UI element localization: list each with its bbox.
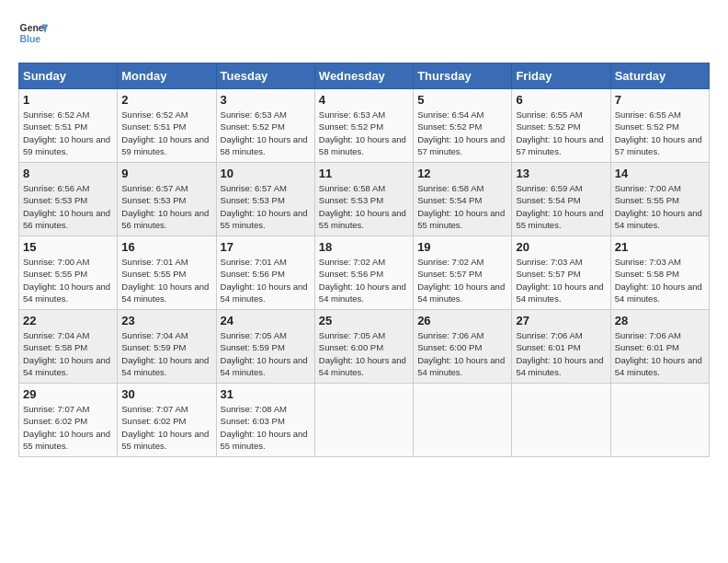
day-info: Sunrise: 6:52 AM Sunset: 5:51 PM Dayligh…	[121, 109, 211, 157]
day-info: Sunrise: 6:58 AM Sunset: 5:53 PM Dayligh…	[319, 182, 409, 231]
day-number: 9	[121, 167, 211, 180]
day-cell-26: 26 Sunrise: 7:06 AM Sunset: 6:00 PM Dayl…	[414, 310, 512, 384]
empty-cell	[314, 384, 413, 457]
day-number: 15	[23, 240, 113, 254]
logo-icon: General Blue	[18, 18, 48, 48]
week-row-2: 8 Sunrise: 6:56 AM Sunset: 5:53 PM Dayli…	[19, 163, 710, 236]
day-info: Sunrise: 7:02 AM Sunset: 5:56 PM Dayligh…	[319, 256, 409, 304]
week-row-3: 15 Sunrise: 7:00 AM Sunset: 5:55 PM Dayl…	[19, 236, 710, 310]
header-wednesday: Wednesday	[314, 63, 413, 89]
day-number: 16	[121, 240, 211, 254]
day-info: Sunrise: 7:06 AM Sunset: 6:01 PM Dayligh…	[615, 329, 705, 378]
day-info: Sunrise: 6:52 AM Sunset: 5:51 PM Dayligh…	[23, 109, 113, 157]
day-number: 22	[23, 314, 113, 327]
day-cell-19: 19 Sunrise: 7:02 AM Sunset: 5:57 PM Dayl…	[414, 236, 512, 310]
day-number: 12	[417, 167, 507, 180]
day-cell-15: 15 Sunrise: 7:00 AM Sunset: 5:55 PM Dayl…	[19, 236, 118, 310]
day-info: Sunrise: 6:53 AM Sunset: 5:52 PM Dayligh…	[221, 109, 311, 157]
day-info: Sunrise: 6:56 AM Sunset: 5:53 PM Dayligh…	[23, 182, 113, 231]
day-number: 23	[121, 314, 211, 327]
day-cell-27: 27 Sunrise: 7:06 AM Sunset: 6:01 PM Dayl…	[512, 310, 610, 384]
svg-text:Blue: Blue	[20, 34, 41, 44]
day-cell-21: 21 Sunrise: 7:03 AM Sunset: 5:58 PM Dayl…	[610, 236, 709, 310]
day-number: 30	[121, 387, 211, 401]
header-saturday: Saturday	[610, 63, 709, 89]
day-cell-17: 17 Sunrise: 7:01 AM Sunset: 5:56 PM Dayl…	[216, 236, 314, 310]
day-info: Sunrise: 7:03 AM Sunset: 5:58 PM Dayligh…	[615, 256, 705, 304]
weekday-header-row: Sunday Monday Tuesday Wednesday Thursday…	[19, 63, 710, 89]
day-number: 25	[319, 314, 409, 327]
day-info: Sunrise: 7:07 AM Sunset: 6:02 PM Dayligh…	[23, 403, 113, 452]
day-cell-16: 16 Sunrise: 7:01 AM Sunset: 5:55 PM Dayl…	[118, 236, 216, 310]
day-info: Sunrise: 7:02 AM Sunset: 5:57 PM Dayligh…	[417, 256, 507, 304]
day-number: 28	[615, 314, 705, 327]
day-number: 2	[121, 93, 211, 107]
day-info: Sunrise: 6:54 AM Sunset: 5:52 PM Dayligh…	[417, 109, 507, 157]
day-cell-23: 23 Sunrise: 7:04 AM Sunset: 5:59 PM Dayl…	[118, 310, 216, 384]
day-number: 20	[516, 240, 606, 254]
day-cell-20: 20 Sunrise: 7:03 AM Sunset: 5:57 PM Dayl…	[512, 236, 610, 310]
day-number: 21	[615, 240, 705, 254]
day-cell-2: 2 Sunrise: 6:52 AM Sunset: 5:51 PM Dayli…	[118, 89, 216, 163]
day-cell-9: 9 Sunrise: 6:57 AM Sunset: 5:53 PM Dayli…	[118, 163, 216, 236]
header-tuesday: Tuesday	[216, 63, 314, 89]
logo: General Blue	[18, 18, 48, 48]
day-cell-28: 28 Sunrise: 7:06 AM Sunset: 6:01 PM Dayl…	[610, 310, 709, 384]
day-info: Sunrise: 7:06 AM Sunset: 6:01 PM Dayligh…	[516, 329, 606, 378]
day-number: 17	[221, 240, 311, 254]
day-cell-13: 13 Sunrise: 6:59 AM Sunset: 5:54 PM Dayl…	[512, 163, 610, 236]
day-number: 19	[417, 240, 507, 254]
day-number: 6	[516, 93, 606, 107]
header-sunday: Sunday	[19, 63, 118, 89]
empty-cell	[414, 384, 512, 457]
header-friday: Friday	[512, 63, 610, 89]
day-info: Sunrise: 7:06 AM Sunset: 6:00 PM Dayligh…	[417, 329, 507, 378]
day-number: 27	[516, 314, 606, 327]
day-number: 8	[23, 167, 113, 180]
day-info: Sunrise: 6:53 AM Sunset: 5:52 PM Dayligh…	[319, 109, 409, 157]
day-cell-24: 24 Sunrise: 7:05 AM Sunset: 5:59 PM Dayl…	[216, 310, 314, 384]
day-info: Sunrise: 7:04 AM Sunset: 5:58 PM Dayligh…	[23, 329, 113, 378]
day-info: Sunrise: 6:57 AM Sunset: 5:53 PM Dayligh…	[221, 182, 311, 231]
day-info: Sunrise: 7:01 AM Sunset: 5:56 PM Dayligh…	[221, 256, 311, 304]
calendar-table: Sunday Monday Tuesday Wednesday Thursday…	[18, 63, 710, 457]
day-info: Sunrise: 6:55 AM Sunset: 5:52 PM Dayligh…	[615, 109, 705, 157]
day-cell-7: 7 Sunrise: 6:55 AM Sunset: 5:52 PM Dayli…	[610, 89, 709, 163]
day-info: Sunrise: 6:58 AM Sunset: 5:54 PM Dayligh…	[417, 182, 507, 231]
day-cell-6: 6 Sunrise: 6:55 AM Sunset: 5:52 PM Dayli…	[512, 89, 610, 163]
day-info: Sunrise: 7:05 AM Sunset: 5:59 PM Dayligh…	[221, 329, 311, 378]
week-row-5: 29 Sunrise: 7:07 AM Sunset: 6:02 PM Dayl…	[19, 384, 710, 457]
header-thursday: Thursday	[414, 63, 512, 89]
day-cell-1: 1 Sunrise: 6:52 AM Sunset: 5:51 PM Dayli…	[19, 89, 118, 163]
day-number: 18	[319, 240, 409, 254]
day-cell-8: 8 Sunrise: 6:56 AM Sunset: 5:53 PM Dayli…	[19, 163, 118, 236]
day-number: 31	[221, 387, 311, 401]
day-info: Sunrise: 7:03 AM Sunset: 5:57 PM Dayligh…	[516, 256, 606, 304]
day-info: Sunrise: 6:57 AM Sunset: 5:53 PM Dayligh…	[121, 182, 211, 231]
day-cell-14: 14 Sunrise: 7:00 AM Sunset: 5:55 PM Dayl…	[610, 163, 709, 236]
day-cell-31: 31 Sunrise: 7:08 AM Sunset: 6:03 PM Dayl…	[216, 384, 314, 457]
day-number: 11	[319, 167, 409, 180]
day-info: Sunrise: 7:08 AM Sunset: 6:03 PM Dayligh…	[221, 403, 311, 452]
day-cell-29: 29 Sunrise: 7:07 AM Sunset: 6:02 PM Dayl…	[19, 384, 118, 457]
day-number: 7	[615, 93, 705, 107]
day-number: 4	[319, 93, 409, 107]
day-info: Sunrise: 7:04 AM Sunset: 5:59 PM Dayligh…	[121, 329, 211, 378]
day-number: 5	[417, 93, 507, 107]
day-cell-11: 11 Sunrise: 6:58 AM Sunset: 5:53 PM Dayl…	[314, 163, 413, 236]
day-cell-5: 5 Sunrise: 6:54 AM Sunset: 5:52 PM Dayli…	[414, 89, 512, 163]
day-number: 14	[615, 167, 705, 180]
day-cell-10: 10 Sunrise: 6:57 AM Sunset: 5:53 PM Dayl…	[216, 163, 314, 236]
header: General Blue	[18, 18, 710, 48]
day-cell-25: 25 Sunrise: 7:05 AM Sunset: 6:00 PM Dayl…	[314, 310, 413, 384]
header-monday: Monday	[118, 63, 216, 89]
day-number: 10	[221, 167, 311, 180]
day-info: Sunrise: 7:01 AM Sunset: 5:55 PM Dayligh…	[121, 256, 211, 304]
day-info: Sunrise: 6:55 AM Sunset: 5:52 PM Dayligh…	[516, 109, 606, 157]
day-info: Sunrise: 7:00 AM Sunset: 5:55 PM Dayligh…	[23, 256, 113, 304]
day-number: 29	[23, 387, 113, 401]
empty-cell	[512, 384, 610, 457]
day-number: 26	[417, 314, 507, 327]
day-info: Sunrise: 7:05 AM Sunset: 6:00 PM Dayligh…	[319, 329, 409, 378]
day-info: Sunrise: 7:07 AM Sunset: 6:02 PM Dayligh…	[121, 403, 211, 452]
